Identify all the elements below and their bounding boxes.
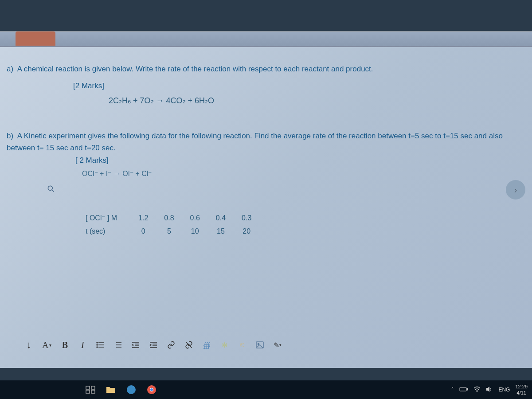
svg-rect-31: [467, 388, 468, 390]
question-a: a) A chemical reaction is given below. W…: [7, 65, 525, 74]
question-a-text: A chemical reaction is given below. Writ…: [17, 65, 373, 73]
date-text: 4/11: [517, 390, 526, 396]
svg-rect-24: [86, 390, 90, 393]
volume-icon[interactable]: [486, 386, 493, 394]
table-cell: 0.8: [156, 211, 182, 225]
system-tray: ˄ ENG 12:29 4/11: [451, 383, 528, 396]
row-label: [ OCl⁻ ] M: [78, 211, 130, 225]
svg-point-5: [97, 342, 98, 343]
table-cell: 0.4: [208, 211, 234, 225]
star-button[interactable]: ✼: [220, 340, 229, 350]
time-text: 12:29: [515, 383, 528, 390]
chevron-down-icon: ▾: [49, 343, 51, 348]
table-row: [ OCl⁻ ] M 1.2 0.8 0.6 0.4 0.3: [78, 211, 259, 225]
equation-a: 2C₂H₆ + 7O₂ → 4CO₂ + 6H₂O: [109, 96, 525, 106]
file-explorer-icon[interactable]: [105, 383, 117, 396]
row-label: t (sec): [78, 225, 130, 238]
table-cell: 15: [208, 225, 234, 238]
active-tab[interactable]: [16, 31, 55, 46]
wifi-icon[interactable]: [473, 386, 481, 394]
svg-marker-33: [486, 387, 489, 392]
language-indicator[interactable]: ENG: [498, 387, 510, 393]
indent-button[interactable]: [149, 340, 158, 350]
magnify-icon[interactable]: [47, 184, 55, 196]
svg-point-6: [97, 344, 98, 345]
question-b-marks: [ 2 Marks]: [75, 156, 525, 165]
edge-icon[interactable]: [125, 383, 137, 396]
tab-bar: [0, 31, 532, 47]
table-cell: 10: [182, 225, 208, 238]
bullet-list-button[interactable]: [96, 340, 105, 350]
chrome-icon[interactable]: [145, 383, 158, 396]
numbered-list-button[interactable]: [113, 340, 122, 350]
svg-point-7: [97, 347, 98, 348]
svg-rect-23: [91, 386, 95, 389]
table-row: t (sec) 0 5 10 15 20: [78, 225, 259, 238]
svg-point-26: [127, 385, 136, 394]
editor-toolbar: ↓ A ▾ B I ∰: [24, 340, 282, 350]
table-cell: 0: [130, 225, 156, 238]
svg-rect-25: [91, 390, 95, 393]
equation-b: OCl⁻ + I⁻ → OI⁻ + Cl⁻: [82, 169, 525, 178]
clock[interactable]: 12:29 4/11: [515, 383, 528, 396]
table-cell: 5: [156, 225, 182, 238]
document-content: a) A chemical reaction is given below. W…: [0, 47, 532, 368]
table-cell: 20: [234, 225, 259, 238]
chevron-right-icon: ›: [514, 185, 517, 195]
svg-point-32: [477, 391, 477, 391]
emoji-button[interactable]: ☺: [238, 340, 246, 350]
question-b: b) A Kinetic experiment gives the follow…: [7, 130, 525, 154]
table-cell: 1.2: [130, 211, 156, 225]
svg-point-29: [150, 388, 153, 391]
question-b-prefix: b): [7, 132, 13, 140]
question-b-text: A Kinetic experiment gives the following…: [7, 132, 503, 152]
taskbar-apps: [84, 383, 158, 396]
question-a-marks: [2 Marks]: [73, 82, 525, 90]
paragraph-button[interactable]: ↓: [24, 340, 33, 350]
unlink-button[interactable]: [184, 340, 193, 350]
equation-button[interactable]: ∰: [202, 340, 211, 350]
font-select[interactable]: A ▾: [42, 340, 51, 350]
svg-point-0: [48, 186, 52, 191]
link-button[interactable]: [167, 340, 176, 350]
outdent-button[interactable]: [131, 340, 140, 350]
edit-button[interactable]: ✎▾: [273, 340, 282, 350]
next-page-button[interactable]: ›: [506, 180, 525, 200]
svg-line-1: [52, 190, 54, 192]
svg-rect-30: [460, 387, 466, 391]
tray-chevron-icon[interactable]: ˄: [451, 386, 454, 393]
bold-button[interactable]: B: [60, 340, 69, 350]
question-a-prefix: a): [7, 65, 13, 73]
svg-rect-22: [86, 386, 90, 389]
app-window: a) A chemical reaction is given below. W…: [0, 31, 532, 368]
font-label: A: [42, 340, 48, 350]
svg-point-21: [258, 344, 259, 345]
image-button[interactable]: [255, 340, 264, 350]
table-cell: 0.6: [182, 211, 208, 225]
task-view-icon[interactable]: [84, 383, 97, 396]
table-cell: 0.3: [234, 211, 259, 225]
battery-icon[interactable]: [459, 387, 468, 393]
windows-taskbar: ˄ ENG 12:29 4/11: [0, 380, 532, 399]
italic-button[interactable]: I: [78, 340, 87, 350]
kinetic-data-table: [ OCl⁻ ] M 1.2 0.8 0.6 0.4 0.3 t (sec) 0…: [78, 211, 259, 238]
